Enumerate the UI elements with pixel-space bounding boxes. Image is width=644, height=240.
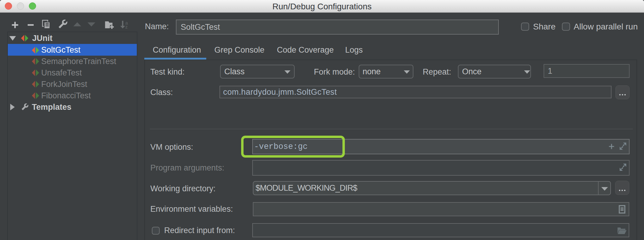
svg-text:z: z [125, 24, 128, 29]
